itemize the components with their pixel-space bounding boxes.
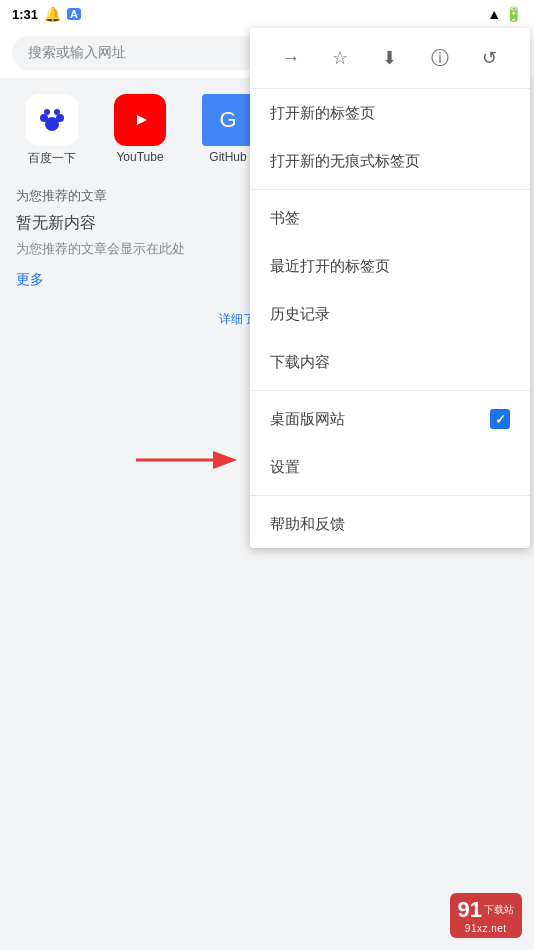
refresh-icon: ↺	[482, 47, 497, 69]
watermark-number: 91	[458, 897, 482, 923]
battery-icon: 🔋	[505, 6, 522, 22]
info-icon: ⓘ	[431, 46, 449, 70]
dropdown-menu: → ☆ ⬇ ⓘ ↺ 打开新的标签页 打开新的无痕式标签页 书签 最近打开的标签页…	[250, 28, 530, 548]
github-icon: G	[202, 94, 254, 146]
status-bar-left: 1:31 🔔 A	[12, 6, 81, 22]
downloads-label: 下载内容	[270, 353, 510, 372]
bookmarks-label: 书签	[270, 209, 510, 228]
info-button[interactable]: ⓘ	[422, 40, 458, 76]
new-tab-label: 打开新的标签页	[270, 104, 510, 123]
menu-item-history[interactable]: 历史记录	[250, 290, 530, 338]
download-button[interactable]: ⬇	[372, 40, 408, 76]
refresh-button[interactable]: ↺	[471, 40, 507, 76]
watermark-domain: 91xz.net	[465, 923, 507, 934]
wifi-icon: ▲	[487, 6, 501, 22]
quick-item-youtube[interactable]: YouTube	[104, 94, 176, 167]
recent-tabs-label: 最近打开的标签页	[270, 257, 510, 276]
menu-item-settings[interactable]: 设置	[250, 443, 530, 491]
quick-label-github: GitHub	[209, 150, 246, 164]
menu-item-new-tab[interactable]: 打开新的标签页	[250, 89, 530, 137]
help-label: 帮助和反馈	[270, 515, 510, 534]
menu-item-desktop-site[interactable]: 桌面版网站 ✓	[250, 395, 530, 443]
status-time: 1:31	[12, 7, 38, 22]
status-bar-right: ▲ 🔋	[487, 6, 522, 22]
svg-point-3	[44, 109, 50, 115]
android-icon: A	[67, 8, 81, 20]
baidu-icon	[26, 94, 78, 146]
svg-point-1	[40, 114, 48, 122]
menu-item-recent-tabs[interactable]: 最近打开的标签页	[250, 242, 530, 290]
status-bar: 1:31 🔔 A ▲ 🔋	[0, 0, 534, 28]
more-link[interactable]: 更多	[16, 271, 44, 287]
forward-icon: →	[282, 48, 300, 69]
quick-item-baidu[interactable]: 百度一下	[16, 94, 88, 167]
quick-label-youtube: YouTube	[116, 150, 163, 164]
menu-divider-2	[250, 390, 530, 391]
menu-item-help[interactable]: 帮助和反馈	[250, 500, 530, 548]
bookmark-button[interactable]: ☆	[322, 40, 358, 76]
history-label: 历史记录	[270, 305, 510, 324]
bookmark-icon: ☆	[332, 47, 348, 69]
forward-button[interactable]: →	[273, 40, 309, 76]
menu-item-downloads[interactable]: 下载内容	[250, 338, 530, 386]
youtube-icon	[114, 94, 166, 146]
menu-divider-1	[250, 189, 530, 190]
svg-point-4	[54, 109, 60, 115]
desktop-site-label: 桌面版网站	[270, 410, 490, 429]
menu-item-incognito[interactable]: 打开新的无痕式标签页	[250, 137, 530, 185]
menu-item-bookmarks[interactable]: 书签	[250, 194, 530, 242]
youtube-logo-svg	[126, 110, 154, 130]
red-arrow-annotation	[126, 440, 246, 480]
baidu-logo-svg	[34, 102, 70, 138]
incognito-label: 打开新的无痕式标签页	[270, 152, 510, 171]
watermark-top: 91 下载站	[458, 897, 514, 923]
download-icon: ⬇	[382, 47, 397, 69]
svg-point-2	[56, 114, 64, 122]
quick-label-baidu: 百度一下	[28, 150, 76, 167]
settings-label: 设置	[270, 458, 510, 477]
watermark: 91 下载站 91xz.net	[450, 893, 522, 938]
desktop-site-checkbox[interactable]: ✓	[490, 409, 510, 429]
menu-divider-3	[250, 495, 530, 496]
watermark-subtitle: 下载站	[484, 904, 514, 916]
menu-toolbar: → ☆ ⬇ ⓘ ↺	[250, 28, 530, 89]
notification-icon: 🔔	[44, 6, 61, 22]
